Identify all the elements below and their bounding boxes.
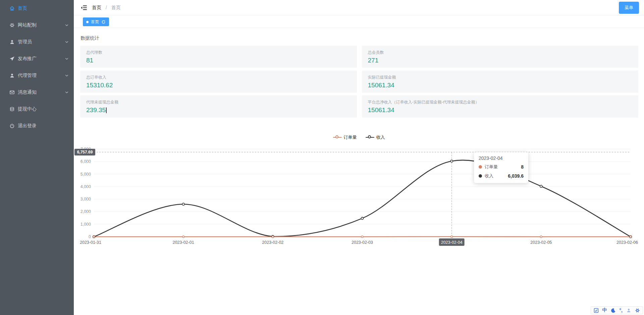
y-axis-tick-label: 2,000: [80, 209, 91, 214]
y-axis-tick-label: 6,000: [80, 159, 91, 164]
stat-value: 271: [368, 57, 633, 64]
chinese-mode-indicator[interactable]: 中: [602, 307, 607, 313]
coins-icon: [9, 106, 15, 112]
settings-gear-icon[interactable]: [635, 308, 640, 313]
chart-legend: 订单量 收入: [74, 133, 644, 141]
tooltip-date: 2023-02-04: [479, 155, 524, 161]
sidebar-item-label: 管理员: [18, 39, 64, 45]
orders-line-marker-icon: [333, 135, 342, 139]
stat-value: 15061.34: [368, 106, 633, 114]
sidebar-item-6[interactable]: 提现中心: [0, 101, 74, 118]
tooltip-orders-value: 8: [521, 164, 524, 170]
sidebar: 首页网站配制管理员发布推广代理管理消息通知提现中心退出登录: [0, 0, 74, 315]
x-axis-tick-label-highlighted: 2023-02-04: [441, 240, 463, 245]
home-icon: [9, 6, 15, 11]
x-axis-tick-label: 2023-02-05: [530, 240, 552, 245]
chart-area: 订单量 收入 01,0002,0003,0004,0005,0006,0007,…: [74, 133, 644, 254]
menu-button[interactable]: 菜单: [619, 2, 639, 14]
legend-income-label: 收入: [376, 134, 385, 140]
tab-home-label: 首页: [91, 19, 99, 25]
legend-item-income[interactable]: 收入: [366, 134, 385, 140]
chevron-down-icon: [64, 40, 69, 44]
power-icon: [9, 123, 15, 129]
stat-card-3: 实际已提现金额15061.34: [362, 71, 639, 93]
y-axis-tick-label: 4,000: [80, 184, 91, 189]
y-axis-tick-label: 3,000: [80, 197, 91, 201]
chevron-down-icon: [64, 56, 69, 61]
legend-item-orders[interactable]: 订单量: [333, 134, 357, 140]
sidebar-item-label: 代理管理: [18, 73, 64, 79]
send-icon: [9, 56, 15, 61]
sidebar-item-2[interactable]: 管理员: [0, 34, 74, 50]
sidebar-item-5[interactable]: 消息通知: [0, 84, 74, 101]
stats-grid: 总代理数81总会员数271总订单收入15310.62实际已提现金额15061.3…: [80, 46, 638, 118]
chevron-down-icon: [64, 90, 69, 95]
sidebar-item-0[interactable]: 首页: [0, 0, 74, 17]
stat-card-4: 代理未提现总金额239.35: [80, 95, 357, 118]
y-axis-tick-label: 5,000: [80, 172, 91, 177]
stat-card-0: 总代理数81: [80, 46, 357, 68]
x-axis-tick-label: 2023-02-03: [352, 240, 373, 245]
x-axis-tick-label: 2023-01-31: [80, 240, 101, 245]
stat-label: 平台总净收入（订单收入-实际已提现金额-代理未提现总金额）: [368, 99, 633, 105]
stat-value: 81: [86, 57, 351, 64]
chevron-down-icon: [64, 73, 69, 78]
sidebar-item-label: 首页: [18, 5, 69, 11]
stat-value: 15310.62: [86, 82, 351, 89]
line-chart-plot[interactable]: 01,0002,0003,0004,0005,0006,0007,0006,75…: [74, 141, 644, 254]
stat-value: 15061.34: [368, 82, 633, 89]
stat-label: 总订单收入: [86, 75, 351, 80]
breadcrumb-home[interactable]: 首页: [92, 5, 101, 10]
y-axis-tick-label: 1,000: [80, 222, 91, 227]
sidebar-fold-icon[interactable]: [80, 4, 87, 11]
sidebar-item-1[interactable]: 网站配制: [0, 17, 74, 34]
tooltip-income-name: 收入: [485, 173, 493, 179]
chevron-down-icon: [64, 23, 69, 28]
user-icon: [9, 73, 15, 78]
sidebar-item-label: 退出登录: [18, 123, 69, 129]
main-area: 首页 / 首页 菜单 首页 数据统计 总代理数81总会员数271总订单收入153…: [74, 0, 644, 315]
sidebar-item-4[interactable]: 代理管理: [0, 67, 74, 84]
tab-bar: 首页: [74, 15, 644, 28]
user-icon[interactable]: [626, 308, 631, 313]
tooltip-row-orders: 订单量 8: [479, 164, 524, 170]
sidebar-item-label: 发布推广: [18, 56, 64, 62]
text-caret: [106, 107, 107, 113]
tooltip-income-value: 6,039.6: [508, 173, 524, 179]
mail-icon: [9, 90, 15, 95]
breadcrumb-current: 首页: [111, 5, 121, 10]
sidebar-item-label: 网站配制: [18, 22, 64, 28]
x-axis-tick-label: 2023-02-02: [262, 240, 283, 245]
sidebar-item-label: 消息通知: [18, 89, 64, 95]
income-dot-icon: [479, 174, 482, 178]
legend-orders-label: 订单量: [344, 134, 357, 140]
axis-pointer-value-chip: 6,757.69: [77, 150, 93, 154]
sidebar-item-label: 提现中心: [18, 106, 69, 112]
tab-home[interactable]: 首页: [83, 17, 109, 26]
halfwidth-moon-icon[interactable]: [611, 308, 616, 313]
refresh-icon[interactable]: [101, 20, 106, 24]
stat-label: 总代理数: [86, 50, 351, 55]
ime-logo-icon[interactable]: [594, 308, 599, 313]
income-line-marker-icon: [366, 135, 374, 139]
x-axis-tick-label: 2023-02-06: [616, 240, 638, 245]
sidebar-item-7[interactable]: 退出登录: [0, 118, 74, 134]
stat-card-5: 平台总净收入（订单收入-实际已提现金额-代理未提现总金额）15061.34: [362, 95, 639, 118]
tooltip-orders-name: 订单量: [485, 164, 498, 170]
gear-icon: [9, 22, 15, 28]
ime-toolbar: 中°,: [591, 306, 643, 314]
user-icon: [9, 39, 15, 45]
stat-value: 239.35: [86, 106, 351, 114]
section-title: 数据统计: [74, 28, 644, 45]
stat-card-2: 总订单收入15310.62: [80, 71, 357, 93]
stat-label: 总会员数: [368, 50, 633, 55]
y-axis-tick-label: 0: [89, 234, 91, 239]
stat-label: 代理未提现总金额: [86, 99, 351, 105]
active-tab-dot-icon: [86, 21, 89, 23]
x-axis-tick-label: 2023-02-01: [173, 240, 194, 245]
breadcrumb: 首页 / 首页: [92, 5, 121, 11]
topbar: 首页 / 首页 菜单: [74, 0, 644, 15]
punctuation-mode-indicator[interactable]: °,: [620, 308, 623, 313]
sidebar-item-3[interactable]: 发布推广: [0, 50, 74, 67]
chart-tooltip: 2023-02-04 订单量 8 收入 6,039.6: [474, 152, 528, 183]
